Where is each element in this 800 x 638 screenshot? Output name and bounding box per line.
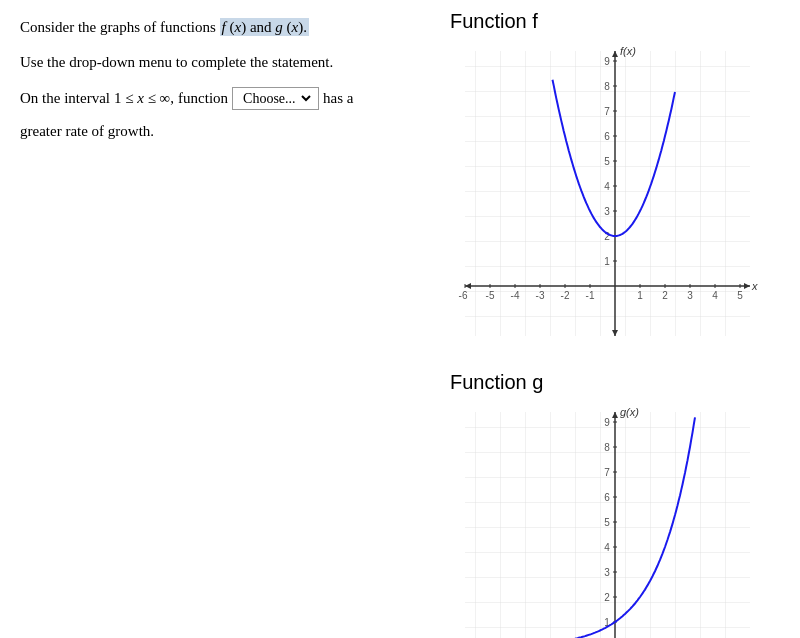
- svg-text:7: 7: [604, 467, 610, 478]
- svg-text:f(x): f(x): [620, 45, 636, 57]
- function-g-graph: x g(x) -6 -5 -4 -3 -2 -1 1 2 3 4 5: [450, 402, 760, 638]
- svg-rect-1: [465, 51, 750, 336]
- on-the-interval: On the interval: [20, 85, 110, 112]
- svg-text:-3: -3: [536, 290, 545, 301]
- svg-text:1: 1: [604, 256, 610, 267]
- interval-math: 1 ≤ x ≤ ∞,: [114, 85, 174, 112]
- and-text: and: [250, 19, 272, 35]
- function-select[interactable]: Choose... f g: [237, 90, 314, 107]
- svg-text:-6: -6: [459, 290, 468, 301]
- function-f-container: Function f: [450, 10, 790, 351]
- svg-text:4: 4: [604, 542, 610, 553]
- svg-text:4: 4: [604, 181, 610, 192]
- greater-rate-text: greater rate of growth.: [20, 123, 154, 139]
- svg-text:4: 4: [712, 290, 718, 301]
- right-panel: Function f: [430, 0, 800, 638]
- f-italic: f: [222, 19, 226, 35]
- svg-text:g(x): g(x): [620, 406, 639, 418]
- instruction-line-1: Consider the graphs of functions f (x) a…: [20, 16, 410, 39]
- left-panel: Consider the graphs of functions f (x) a…: [0, 0, 430, 638]
- svg-text:8: 8: [604, 81, 610, 92]
- function-g-title: Function g: [450, 371, 790, 394]
- svg-text:6: 6: [604, 131, 610, 142]
- function-f-title: Function f: [450, 10, 790, 33]
- svg-text:-2: -2: [561, 290, 570, 301]
- svg-text:9: 9: [604, 56, 610, 67]
- svg-text:-1: -1: [586, 290, 595, 301]
- svg-text:5: 5: [604, 156, 610, 167]
- interval-line: On the interval 1 ≤ x ≤ ∞, function Choo…: [20, 85, 410, 112]
- function-highlight: f (x) and g (x).: [220, 18, 309, 36]
- g-paren: (x): [287, 19, 304, 35]
- function-f-graph: x f(x) -6 -5 -4 -3 -2 -1 1 2 3 4: [450, 41, 760, 351]
- choose-dropdown-wrapper[interactable]: Choose... f g: [232, 87, 319, 110]
- svg-text:9: 9: [604, 417, 610, 428]
- svg-text:8: 8: [604, 442, 610, 453]
- svg-text:7: 7: [604, 106, 610, 117]
- svg-text:-4: -4: [511, 290, 520, 301]
- instruction-text-before: Consider the graphs of functions: [20, 19, 220, 35]
- svg-text:5: 5: [737, 290, 743, 301]
- svg-text:3: 3: [604, 206, 610, 217]
- f-paren: (x): [229, 19, 246, 35]
- function-g-container: Function g x g(x) -6: [450, 371, 790, 638]
- svg-text:1: 1: [637, 290, 643, 301]
- greater-rate-line: greater rate of growth.: [20, 120, 410, 143]
- svg-text:6: 6: [604, 492, 610, 503]
- function-label: function: [178, 85, 228, 112]
- svg-text:2: 2: [604, 592, 610, 603]
- svg-text:x: x: [751, 280, 758, 292]
- instruction-line-2: Use the drop-down menu to complete the s…: [20, 51, 410, 74]
- has-a-text: has a: [323, 85, 353, 112]
- g-italic: g: [275, 19, 283, 35]
- svg-text:3: 3: [604, 567, 610, 578]
- svg-text:2: 2: [662, 290, 668, 301]
- svg-text:-5: -5: [486, 290, 495, 301]
- svg-text:5: 5: [604, 517, 610, 528]
- dropdown-instruction: Use the drop-down menu to complete the s…: [20, 54, 333, 70]
- svg-text:3: 3: [687, 290, 693, 301]
